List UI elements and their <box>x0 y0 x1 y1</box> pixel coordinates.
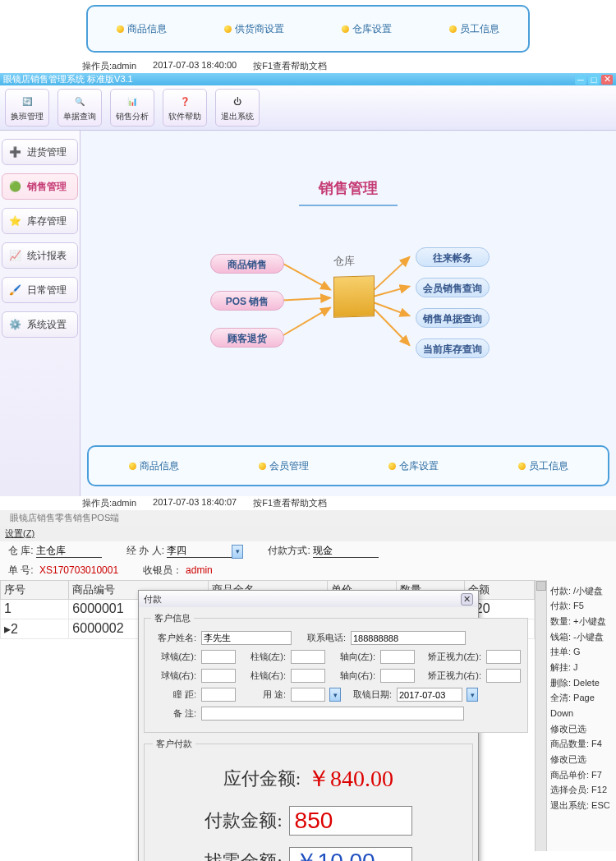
shortcut-staff[interactable]: 员工信息 <box>449 22 499 36</box>
pill-customer-return[interactable]: 顾客退货 <box>210 328 284 348</box>
pos-menu-settings[interactable]: 设置(Z) <box>0 526 616 541</box>
pill-product-sales[interactable]: 商品销售 <box>210 254 284 274</box>
bullet-icon <box>129 463 136 470</box>
customer-name-input[interactable] <box>201 631 292 645</box>
cashier: admin <box>186 564 213 576</box>
shortcut-hint: 修改已选 商品数量: F4 <box>550 721 613 752</box>
pill-pos-sales[interactable]: POS 销售 <box>210 291 284 311</box>
use-input[interactable] <box>291 688 325 702</box>
pill-stock-query[interactable]: 当前库存查询 <box>416 338 490 358</box>
pill-member-query[interactable]: 会员销售查询 <box>416 278 490 297</box>
window-titlebar[interactable]: 眼镜店销售管理系统 标准版V3.1 ─ □ ✕ <box>0 73 616 85</box>
tool-exit[interactable]: ⏻退出系统 <box>215 89 260 127</box>
vis-left-input[interactable] <box>486 650 521 664</box>
bottom-shortcut-panel: 商品信息 会员管理 仓库设置 员工信息 <box>87 445 609 486</box>
dialog-titlebar[interactable]: 付款 ✕ <box>139 591 478 607</box>
paymode-input[interactable] <box>313 546 379 558</box>
tool-swap[interactable]: 🔄换班管理 <box>5 89 49 127</box>
vis-right-input[interactable] <box>486 669 521 683</box>
order-no: XS170703010001 <box>39 564 118 576</box>
sidebar-item-bars[interactable]: 📈统计报表 <box>2 242 78 269</box>
box-icon <box>333 275 375 318</box>
warehouse-input[interactable] <box>36 546 102 558</box>
handler-dropdown-icon[interactable]: ▾ <box>232 545 243 559</box>
amount-due-label: 应付金额: <box>223 767 301 791</box>
star-icon: ⭐ <box>7 213 23 229</box>
shortcut-hint: 删除: Delete <box>550 675 613 691</box>
sidebar-item-plus[interactable]: ➕进货管理 <box>2 139 78 165</box>
date-dropdown-icon[interactable]: ▾ <box>467 688 478 702</box>
help-icon: ❓ <box>177 93 193 109</box>
statusbar-middle: 操作员:admin 2017-07-03 18:40:07 按F1查看帮助文档 <box>0 496 616 510</box>
shortcut-hint: 选择会员: F12 <box>550 782 613 798</box>
bullet-icon <box>388 463 396 470</box>
search-icon: 🔍 <box>71 93 88 109</box>
shortcut-warehouse-2[interactable]: 仓库设置 <box>388 459 439 473</box>
note-input[interactable] <box>201 707 464 721</box>
shortcut-hint: 全清: Page Down <box>550 690 613 721</box>
sidebar-item-ball[interactable]: 🟢销售管理 <box>2 173 78 200</box>
sales-diagram: 仓库 商品销售 POS 销售 顾客退货 往来帐务 会员销售查询 销售单据查询 当… <box>87 239 609 403</box>
svg-line-3 <box>375 257 410 290</box>
bullet-icon <box>259 463 266 470</box>
axis-right-input[interactable] <box>380 669 415 683</box>
fieldset-legend: 客户付款 <box>153 738 195 750</box>
minimize-icon[interactable]: ─ <box>575 75 586 85</box>
dialog-close-icon[interactable]: ✕ <box>461 593 473 605</box>
maximize-icon[interactable]: □ <box>588 75 600 85</box>
sph-right-input[interactable] <box>201 669 236 683</box>
sidebar-item-brush[interactable]: 🖌️日常管理 <box>2 277 78 303</box>
svg-line-2 <box>283 307 331 335</box>
vertical-scrollbar[interactable] <box>535 580 546 851</box>
tool-search[interactable]: 🔍单据查询 <box>57 89 102 127</box>
pickup-date-input[interactable] <box>397 688 462 702</box>
shortcut-hint: 解挂: J <box>550 660 613 675</box>
axis-left-input[interactable] <box>380 650 415 664</box>
sidebar-item-gear[interactable]: ⚙️系统设置 <box>2 311 78 338</box>
shortcut-hint: 付款: F5 <box>550 598 613 614</box>
shortcut-hint: 退出系统: ESC <box>550 798 613 813</box>
amount-paid-input[interactable] <box>289 806 412 836</box>
sph-left-input[interactable] <box>201 650 236 664</box>
scroll-up-icon[interactable] <box>536 581 546 591</box>
content-area: 销售管理 仓库 商品销售 POS 销售 顾客退货 往来帐务 <box>80 131 616 496</box>
top-shortcut-panel: 商品信息 供货商设置 仓库设置 员工信息 <box>86 5 530 53</box>
cyl-right-input[interactable] <box>291 669 325 683</box>
close-icon[interactable]: ✕ <box>601 75 613 85</box>
shortcut-hints: 付款: /小键盘付款: F5数量: +小键盘钱箱: -小键盘挂单: G解挂: J… <box>546 580 616 851</box>
pill-accounts[interactable]: 往来帐务 <box>416 247 490 267</box>
customer-phone-input[interactable] <box>351 631 466 645</box>
pos-header-row1: 仓 库: 经 办 人: ▾ 付款方式: <box>0 541 616 561</box>
tool-chart[interactable]: 📊销售分析 <box>110 89 154 127</box>
pd-input[interactable] <box>201 688 236 702</box>
col-header: 序号 <box>1 580 69 599</box>
shortcut-product-info-2[interactable]: 商品信息 <box>129 459 179 473</box>
shortcut-product-info[interactable]: 商品信息 <box>117 22 167 36</box>
shortcut-warehouse[interactable]: 仓库设置 <box>342 22 392 36</box>
handler-input[interactable] <box>167 546 232 558</box>
exit-icon: ⏻ <box>229 93 246 109</box>
sidebar-item-star[interactable]: ⭐库存管理 <box>2 208 78 234</box>
shortcut-member[interactable]: 会员管理 <box>259 459 309 473</box>
bullet-icon <box>117 25 124 33</box>
tool-help[interactable]: ❓软件帮助 <box>163 89 207 127</box>
main-toolbar: 🔄换班管理🔍单据查询📊销售分析❓软件帮助⏻退出系统 <box>0 85 616 131</box>
gear-icon: ⚙️ <box>7 316 23 333</box>
ball-icon: 🟢 <box>7 178 23 195</box>
cyl-left-input[interactable] <box>291 650 325 664</box>
shortcut-staff-2[interactable]: 员工信息 <box>518 459 568 473</box>
use-dropdown-icon[interactable]: ▾ <box>329 688 341 702</box>
page-title: 销售管理 <box>87 178 609 198</box>
shortcut-hint: 修改已选 商品单价: F7 <box>550 752 613 782</box>
pill-order-query[interactable]: 销售单据查询 <box>416 308 490 328</box>
shortcut-supplier[interactable]: 供货商设置 <box>224 22 284 36</box>
shortcut-hint: 数量: +小键盘 <box>550 614 613 629</box>
window-title: 眼镜店销售管理系统 标准版V3.1 <box>3 73 133 85</box>
fieldset-legend: 客户信息 <box>151 612 194 624</box>
svg-line-0 <box>283 264 331 290</box>
plus-icon: ➕ <box>7 144 23 160</box>
bullet-icon <box>449 25 457 33</box>
shortcut-hint: 钱箱: -小键盘 <box>550 629 613 645</box>
bullet-icon <box>518 463 526 470</box>
brush-icon: 🖌️ <box>7 282 23 298</box>
